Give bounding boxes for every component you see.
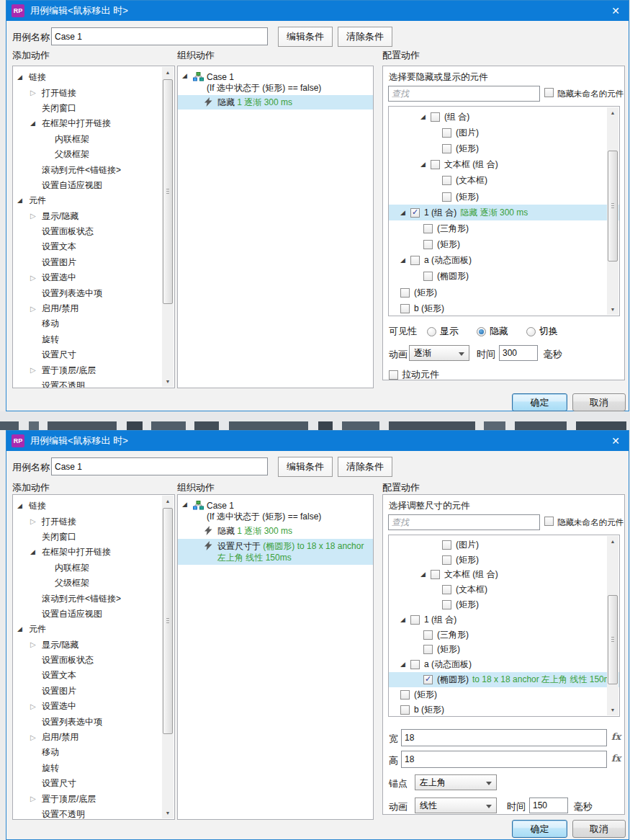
element-tree-item[interactable]: (矩形) — [389, 643, 619, 658]
scroll-down-icon[interactable]: ▼ — [162, 376, 174, 387]
element-tree-item[interactable]: (矩形) — [389, 553, 619, 568]
element-tree-item[interactable]: (矩形) — [389, 140, 619, 156]
scroll-down-icon[interactable]: ▼ — [607, 304, 618, 315]
radio-button[interactable] — [477, 327, 486, 336]
scrollbar-thumb[interactable] — [163, 79, 173, 304]
hide-unnamed-checkbox[interactable] — [544, 517, 554, 526]
time-input[interactable] — [499, 345, 538, 361]
radio-button[interactable] — [427, 327, 436, 336]
collapsed-arrow-icon[interactable]: ▷ — [30, 641, 42, 648]
action-tree-item[interactable]: ◢在框架中打开链接 — [13, 116, 161, 131]
element-checkbox[interactable] — [442, 176, 451, 185]
action-tree-item[interactable]: ▷显示/隐藏 — [13, 638, 161, 653]
action-tree-item[interactable]: ◢在框架中打开链接 — [13, 545, 161, 560]
animation-select[interactable]: 逐渐 — [409, 345, 469, 361]
action-tree-item[interactable]: 内联框架 — [13, 560, 161, 576]
action-tree-item[interactable]: ◢元件 — [13, 622, 161, 637]
search-input[interactable] — [388, 86, 540, 102]
element-checkbox[interactable] — [400, 705, 410, 715]
action-tree-item[interactable]: ▷启用/禁用 — [13, 730, 161, 745]
element-tree-item[interactable]: ◢文本框 (组 合) — [389, 157, 619, 173]
scrollbar-thumb[interactable] — [163, 508, 173, 734]
action-tree-item[interactable]: 设置图片 — [13, 684, 161, 699]
collapsed-arrow-icon[interactable]: ▷ — [30, 734, 42, 741]
scrollbar[interactable]: ▲ ▼ — [162, 67, 174, 387]
action-tree-item[interactable]: ▷启用/禁用 — [13, 301, 161, 316]
element-checkbox[interactable] — [423, 224, 433, 233]
action-tree-item[interactable]: ◢元件 — [13, 193, 161, 208]
element-tree-item[interactable]: ◢文本框 (组 合) — [389, 568, 619, 583]
scroll-up-icon[interactable]: ▲ — [607, 107, 618, 118]
expanded-arrow-icon[interactable]: ◢ — [30, 549, 42, 555]
element-checkbox[interactable] — [400, 690, 410, 700]
action-tree-item[interactable]: 移动 — [13, 316, 161, 331]
element-tree-item[interactable]: ◢(组 合) — [389, 109, 619, 125]
element-tree-item[interactable]: (文本框) — [389, 173, 619, 189]
element-checkbox[interactable] — [442, 192, 451, 202]
width-fx-icon[interactable]: fx — [611, 731, 621, 742]
action-tree-item[interactable]: 父级框架 — [13, 147, 161, 162]
visibility-option[interactable]: 显示 — [427, 325, 459, 338]
element-tree-item[interactable]: ◢1 (组 合) — [389, 612, 619, 627]
radio-button[interactable] — [526, 327, 536, 336]
ok-button[interactable]: 确定 — [512, 393, 567, 411]
action-tree-item[interactable]: 旋转 — [13, 332, 161, 347]
case-row[interactable]: ◢Case 1 — [178, 499, 373, 511]
expanded-arrow-icon[interactable]: ◢ — [420, 571, 431, 578]
action-tree-item[interactable]: 旋转 — [13, 761, 161, 776]
pull-widgets-checkbox[interactable] — [389, 370, 398, 380]
action-tree-item[interactable]: 内联框架 — [13, 132, 161, 147]
expanded-arrow-icon[interactable]: ◢ — [182, 73, 194, 79]
action-tree-item[interactable]: 设置面板状态 — [13, 224, 161, 239]
expanded-arrow-icon[interactable]: ◢ — [420, 161, 431, 168]
action-tree-item[interactable]: ▷设置选中 — [13, 699, 161, 714]
element-checkbox[interactable] — [423, 272, 433, 281]
element-checkbox[interactable] — [431, 160, 440, 169]
element-tree-item[interactable]: ◢a (动态面板) — [389, 657, 619, 672]
element-tree-item[interactable]: (三角形) — [389, 627, 619, 643]
element-tree-item[interactable]: (矩形) — [389, 189, 619, 205]
case-name-input[interactable] — [51, 27, 268, 45]
element-checkbox[interactable] — [431, 112, 440, 122]
action-tree-item[interactable]: 设置列表选中项 — [13, 714, 161, 729]
expanded-arrow-icon[interactable]: ◢ — [17, 503, 29, 509]
width-input[interactable] — [401, 729, 607, 746]
expanded-arrow-icon[interactable]: ◢ — [400, 617, 410, 623]
expanded-arrow-icon[interactable]: ◢ — [17, 74, 29, 81]
element-checkbox[interactable] — [442, 585, 451, 594]
element-tree-item[interactable]: (图片) — [389, 125, 619, 140]
collapsed-arrow-icon[interactable]: ▷ — [30, 274, 42, 282]
visibility-option[interactable]: 隐藏 — [477, 325, 508, 338]
scrollbar-thumb[interactable] — [608, 595, 618, 684]
case-name-input[interactable] — [51, 457, 268, 475]
case-action-row[interactable]: 隐藏 1 逐渐 300 ms — [178, 95, 373, 110]
scroll-up-icon[interactable]: ▲ — [162, 67, 174, 78]
action-tree-item[interactable]: ◢链接 — [13, 70, 161, 85]
element-tree-item[interactable]: (矩形) — [389, 597, 619, 612]
element-tree-item[interactable]: ◢1 (组 合)隐藏 逐渐 300 ms — [389, 205, 619, 220]
height-input[interactable] — [401, 751, 607, 768]
element-checkbox[interactable] — [410, 256, 420, 265]
action-tree-item[interactable]: 关闭窗口 — [13, 530, 161, 545]
element-tree-item[interactable]: b (矩形) — [389, 300, 619, 316]
case-action-row[interactable]: 设置尺寸于 (椭圆形) to 18 x 18 anchor 左上角 线性 150… — [178, 539, 373, 565]
collapsed-arrow-icon[interactable]: ▷ — [30, 518, 42, 525]
expanded-arrow-icon[interactable]: ◢ — [182, 501, 194, 508]
action-tree-item[interactable]: ▷置于顶层/底层 — [13, 791, 161, 806]
visibility-option[interactable]: 切换 — [526, 325, 558, 338]
action-tree-item[interactable]: 设置面板状态 — [13, 653, 161, 668]
time-input[interactable] — [529, 797, 568, 813]
element-tree-item[interactable]: (矩形) — [389, 285, 619, 300]
element-tree-item[interactable]: (三角形) — [389, 220, 619, 236]
element-checkbox[interactable] — [442, 144, 451, 153]
scrollbar[interactable]: ▲ ▼ — [162, 496, 174, 818]
action-tree-item[interactable]: ▷设置选中 — [13, 270, 161, 285]
element-checkbox[interactable] — [442, 540, 451, 550]
edit-condition-button[interactable]: 编辑条件 — [278, 457, 333, 477]
action-tree-item[interactable]: 父级框架 — [13, 576, 161, 591]
edit-condition-button[interactable]: 编辑条件 — [278, 27, 333, 47]
case-action-row[interactable]: 隐藏 1 逐渐 300 ms — [178, 524, 373, 538]
action-tree-item[interactable]: ▷置于顶层/底层 — [13, 362, 161, 377]
animation-select[interactable]: 线性 — [415, 797, 497, 813]
action-tree-item[interactable]: 关闭窗口 — [13, 101, 161, 116]
